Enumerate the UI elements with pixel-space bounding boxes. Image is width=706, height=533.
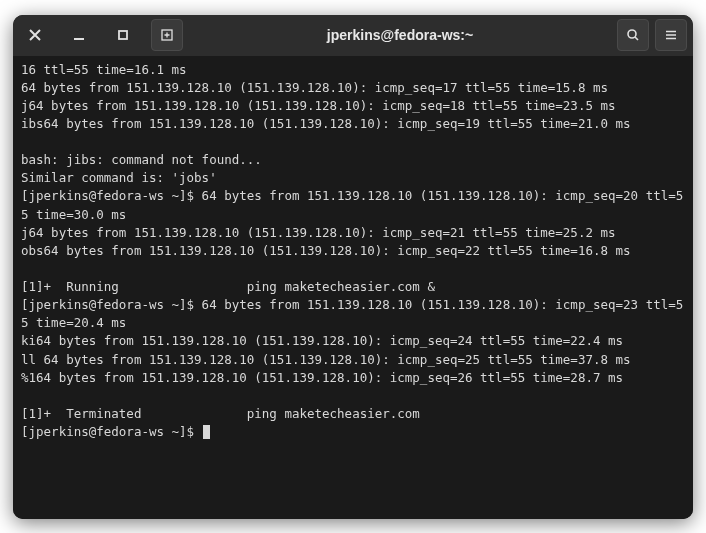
terminal-line: j64 bytes from 151.139.128.10 (151.139.1… — [21, 98, 616, 113]
new-tab-button[interactable] — [151, 19, 183, 51]
terminal-line: [jperkins@fedora-ws ~]$ 64 bytes from 15… — [21, 297, 683, 330]
terminal-line: %164 bytes from 151.139.128.10 (151.139.… — [21, 370, 623, 385]
maximize-button[interactable] — [107, 19, 139, 51]
terminal-line: ibs64 bytes from 151.139.128.10 (151.139… — [21, 116, 631, 131]
menu-button[interactable] — [655, 19, 687, 51]
terminal-line: 16 ttl=55 time=16.1 ms — [21, 62, 187, 77]
close-button[interactable] — [19, 19, 51, 51]
search-button[interactable] — [617, 19, 649, 51]
window-title: jperkins@fedora-ws:~ — [183, 27, 617, 43]
close-icon — [28, 28, 42, 42]
minimize-icon — [72, 28, 86, 42]
terminal-line: [1]+ Running ping maketecheasier.com & — [21, 279, 435, 294]
svg-rect-0 — [119, 31, 127, 39]
terminal-line: j64 bytes from 151.139.128.10 (151.139.1… — [21, 225, 616, 240]
terminal-line: obs64 bytes from 151.139.128.10 (151.139… — [21, 243, 631, 258]
terminal-window: jperkins@fedora-ws:~ 16 ttl=55 time=16.1… — [13, 15, 693, 519]
terminal-line: ki64 bytes from 151.139.128.10 (151.139.… — [21, 333, 623, 348]
titlebar-left-controls — [19, 19, 183, 51]
new-tab-icon — [160, 28, 174, 42]
terminal-line: bash: jibs: command not found... — [21, 152, 262, 167]
search-icon — [626, 28, 640, 42]
titlebar: jperkins@fedora-ws:~ — [13, 15, 693, 57]
minimize-button[interactable] — [63, 19, 95, 51]
terminal-line: 64 bytes from 151.139.128.10 (151.139.12… — [21, 80, 608, 95]
terminal-line: ll 64 bytes from 151.139.128.10 (151.139… — [21, 352, 631, 367]
terminal-line: [jperkins@fedora-ws ~]$ 64 bytes from 15… — [21, 188, 683, 221]
cursor — [203, 425, 210, 439]
terminal-content[interactable]: 16 ttl=55 time=16.1 ms 64 bytes from 151… — [13, 57, 693, 519]
terminal-prompt: [jperkins@fedora-ws ~]$ — [21, 424, 202, 439]
terminal-line: Similar command is: 'jobs' — [21, 170, 217, 185]
maximize-icon — [116, 28, 130, 42]
hamburger-icon — [664, 28, 678, 42]
svg-point-2 — [628, 30, 636, 38]
titlebar-right-controls — [617, 19, 687, 51]
terminal-line: [1]+ Terminated ping maketecheasier.com — [21, 406, 420, 421]
